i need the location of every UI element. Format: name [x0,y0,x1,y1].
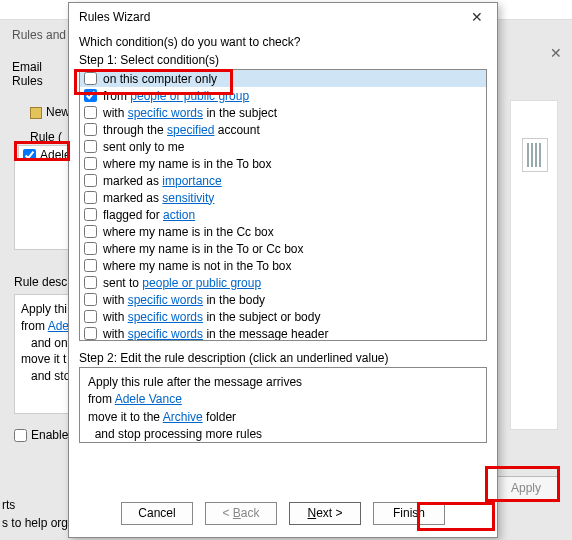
condition-row[interactable]: sent to people or public group [80,274,486,291]
condition-checkbox[interactable] [84,242,97,255]
condition-label: with specific words in the subject or bo… [103,310,320,324]
desc-line: Apply this rule after the message arrive… [88,374,478,391]
condition-row[interactable]: where my name is in the To or Cc box [80,240,486,257]
condition-row[interactable]: where my name is not in the To box [80,257,486,274]
bg-rule-label: Rule ( [30,130,62,144]
condition-label: marked as importance [103,174,222,188]
new-rule-icon [30,107,42,119]
bg-rule-desc-label: Rule desc [14,275,70,289]
step1-label: Step 1: Select condition(s) [79,53,487,67]
condition-link[interactable]: specific words [128,327,203,341]
condition-label: from people or public group [103,89,249,103]
condition-checkbox[interactable] [84,72,97,85]
condition-row[interactable]: through the specified account [80,121,486,138]
condition-label: sent only to me [103,140,184,154]
bg-decor-icon [522,138,548,172]
condition-checkbox[interactable] [84,106,97,119]
bg-close-icon[interactable]: ✕ [550,45,562,61]
condition-link[interactable]: specific words [128,293,203,307]
condition-link[interactable]: people or public group [142,276,261,290]
condition-label: with specific words in the message heade… [103,327,328,341]
rules-wizard-dialog: Rules Wizard ✕ Which condition(s) do you… [68,2,498,538]
condition-checkbox[interactable] [84,174,97,187]
condition-row[interactable]: where my name is in the Cc box [80,223,486,240]
bg-tab-email-rules[interactable]: Email Rules [12,60,62,88]
condition-link[interactable]: specific words [128,310,203,324]
condition-checkbox[interactable] [84,157,97,170]
condition-checkbox[interactable] [84,123,97,136]
bg-breadcrumb: Rules and A [12,28,77,42]
condition-label: marked as sensitivity [103,191,214,205]
condition-row[interactable]: marked as sensitivity [80,189,486,206]
condition-row[interactable]: where my name is in the To box [80,155,486,172]
condition-label: with specific words in the subject [103,106,277,120]
condition-link[interactable]: sensitivity [162,191,214,205]
condition-row[interactable]: with specific words in the body [80,291,486,308]
condition-checkbox[interactable] [84,140,97,153]
condition-checkbox[interactable] [84,259,97,272]
condition-label: where my name is not in the To box [103,259,292,273]
conditions-listbox[interactable]: on this computer onlyfrom people or publ… [79,69,487,341]
condition-row[interactable]: with specific words in the subject or bo… [80,308,486,325]
condition-label: flagged for action [103,208,195,222]
condition-checkbox[interactable] [84,208,97,221]
bg-enable-checkbox-row[interactable]: Enable [14,428,68,442]
condition-row[interactable]: marked as importance [80,172,486,189]
back-button[interactable]: < Back [205,502,277,525]
condition-checkbox[interactable] [84,89,97,102]
condition-checkbox[interactable] [84,327,97,340]
bg-text-fragment: s to help orga [2,516,75,530]
condition-row[interactable]: sent only to me [80,138,486,155]
condition-label: where my name is in the To or Cc box [103,242,304,256]
desc-line: and stop processing more rules [88,426,478,443]
condition-label: through the specified account [103,123,260,137]
desc-link-person[interactable]: Adele Vance [115,392,182,406]
rule-description-box[interactable]: Apply this rule after the message arrive… [79,367,487,443]
condition-label: sent to people or public group [103,276,261,290]
step2-label: Step 2: Edit the rule description (click… [79,351,487,365]
condition-label: on this computer only [103,72,217,86]
desc-line: move it to the Archive folder [88,409,478,426]
dialog-button-row: Cancel < Back Next > Finish [79,492,487,531]
condition-link[interactable]: action [163,208,195,222]
bg-apply-button[interactable]: Apply [494,476,558,500]
desc-line: from Adele Vance [88,391,478,408]
desc-link-folder[interactable]: Archive [163,410,203,424]
condition-link[interactable]: people or public group [130,89,249,103]
condition-row[interactable]: on this computer only [80,70,486,87]
close-icon[interactable]: ✕ [465,9,489,25]
condition-row[interactable]: with specific words in the message heade… [80,325,486,341]
dialog-title: Rules Wizard [79,10,465,24]
bg-text-fragment: rts [2,498,15,512]
condition-row[interactable]: flagged for action [80,206,486,223]
condition-checkbox[interactable] [84,310,97,323]
cancel-button[interactable]: Cancel [121,502,193,525]
bg-rule-desc-box: Apply thi from Ade and on move it t and … [14,294,70,414]
prompt-text: Which condition(s) do you want to check? [79,35,487,49]
finish-button[interactable]: Finish [373,502,445,525]
condition-checkbox[interactable] [84,225,97,238]
condition-row[interactable]: from people or public group [80,87,486,104]
condition-checkbox[interactable] [84,191,97,204]
bg-enable-checkbox[interactable] [14,429,27,442]
condition-link[interactable]: specified [167,123,214,137]
condition-label: where my name is in the Cc box [103,225,274,239]
condition-link[interactable]: specific words [128,106,203,120]
condition-checkbox[interactable] [84,276,97,289]
condition-label: with specific words in the body [103,293,265,307]
next-button[interactable]: Next > [289,502,361,525]
condition-checkbox[interactable] [84,293,97,306]
condition-link[interactable]: importance [162,174,221,188]
condition-label: where my name is in the To box [103,157,272,171]
condition-row[interactable]: with specific words in the subject [80,104,486,121]
bg-rules-listbox[interactable] [14,160,70,250]
bg-enable-label: Enable [31,428,68,442]
